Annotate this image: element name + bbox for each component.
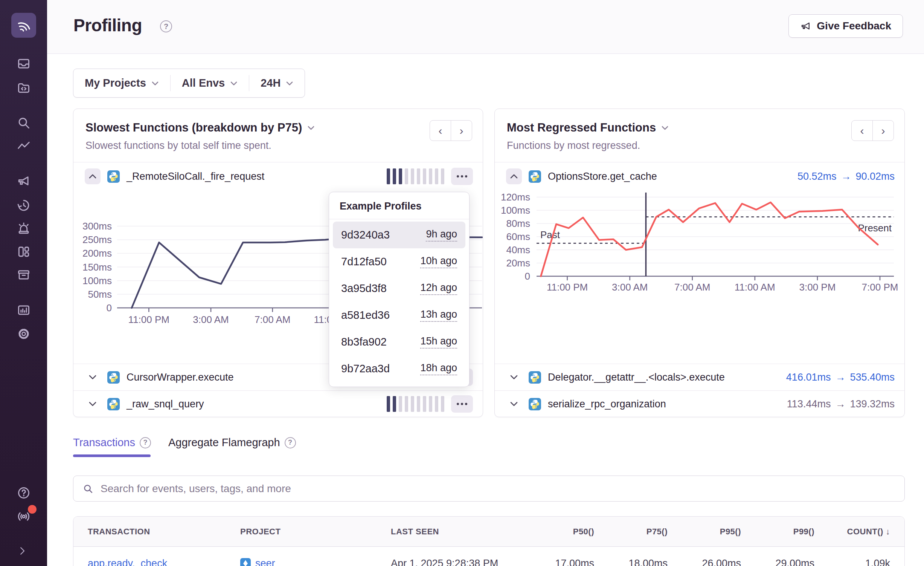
- p50-value: 17.00ms: [538, 558, 594, 566]
- chevron-down-icon: [286, 81, 293, 86]
- collapse-row-button[interactable]: [85, 168, 101, 184]
- duration-after[interactable]: 90.02ms: [855, 171, 895, 182]
- page-filter-bar: My Projects All Envs 24H: [73, 69, 305, 98]
- project-filter[interactable]: My Projects: [73, 69, 170, 97]
- pagination: ‹ ›: [430, 120, 472, 141]
- replays-icon[interactable]: [17, 198, 31, 213]
- profile-item[interactable]: 9b72aa3d 18h ago: [333, 355, 465, 382]
- transactions-help-icon[interactable]: ?: [140, 437, 151, 448]
- slowest-functions-title-select[interactable]: Slowest Functions (breakdown by P75): [85, 121, 472, 135]
- environment-filter[interactable]: All Envs: [171, 69, 249, 97]
- col-p99[interactable]: P99(): [741, 527, 814, 537]
- duration-before[interactable]: 50.52ms: [797, 171, 837, 182]
- expand-row-button[interactable]: [506, 369, 522, 385]
- profile-sparkline-bars: [387, 396, 444, 412]
- card-subtitle: Functions by most regressed.: [507, 140, 894, 151]
- profile-id[interactable]: a581ed36: [341, 309, 390, 321]
- function-name[interactable]: CursorWrapper.execute: [127, 372, 234, 383]
- issues-icon[interactable]: [17, 57, 31, 71]
- table-header-row: TRANSACTION PROJECT LAST SEEN P50() P75(…: [73, 517, 904, 547]
- expand-row-button[interactable]: [506, 396, 522, 412]
- function-name[interactable]: _RemoteSiloCall._fire_request: [127, 171, 264, 182]
- give-feedback-button[interactable]: Give Feedback: [788, 14, 903, 38]
- svg-text:20ms: 20ms: [506, 257, 530, 269]
- profile-item[interactable]: a581ed36 13h ago: [333, 302, 465, 329]
- expand-row-button[interactable]: [85, 369, 101, 385]
- col-project[interactable]: PROJECT: [240, 527, 391, 537]
- projects-icon[interactable]: [17, 80, 31, 95]
- profile-age-link[interactable]: 13h ago: [420, 309, 457, 322]
- most-regressed-functions-card: Most Regressed Functions Functions by mo…: [494, 109, 905, 417]
- settings-gear-icon[interactable]: [17, 327, 31, 341]
- chevron-up-icon: [510, 174, 518, 179]
- sentry-logo-icon: [16, 17, 32, 33]
- tab-aggregate-flamegraph[interactable]: Aggregate Flamegraph ?: [168, 436, 296, 449]
- profile-age-link[interactable]: 18h ago: [420, 362, 457, 375]
- profile-item[interactable]: 8b3fa902 15h ago: [333, 329, 465, 355]
- profile-id[interactable]: 9b72aa3d: [341, 363, 390, 375]
- search-icon[interactable]: [17, 116, 31, 130]
- feedback-megaphone-icon[interactable]: [17, 174, 31, 188]
- row-actions-ellipsis-button[interactable]: [451, 168, 473, 185]
- p95-value: 26.00ms: [668, 558, 741, 566]
- profile-item[interactable]: 9d3240a3 9h ago: [333, 222, 465, 248]
- svg-text:11:00 PM: 11:00 PM: [128, 314, 169, 325]
- profile-id[interactable]: 7d12fa50: [341, 255, 387, 268]
- stats-icon[interactable]: [17, 303, 31, 317]
- function-name[interactable]: _raw_snql_query: [127, 398, 204, 410]
- profile-age-link[interactable]: 12h ago: [420, 282, 457, 295]
- duration-after[interactable]: 139.32ms: [850, 398, 895, 410]
- chevron-down-icon: [151, 81, 159, 86]
- next-page-button[interactable]: ›: [451, 120, 472, 141]
- profile-age-link[interactable]: 9h ago: [426, 228, 457, 242]
- dashboards-icon[interactable]: [17, 245, 31, 259]
- sentry-logo[interactable]: [11, 13, 36, 38]
- collapse-right-icon[interactable]: [17, 545, 28, 557]
- tab-transactions[interactable]: Transactions ?: [73, 436, 151, 449]
- table-row[interactable]: app.ready._check seer Apr 1, 2025 9:28:3…: [73, 547, 904, 566]
- svg-text:150ms: 150ms: [82, 262, 112, 273]
- transaction-link[interactable]: app.ready._check: [88, 558, 240, 566]
- svg-text:0: 0: [525, 271, 530, 282]
- traces-icon[interactable]: [17, 139, 31, 153]
- profile-id[interactable]: 9d3240a3: [341, 229, 390, 241]
- col-p50[interactable]: P50(): [538, 527, 594, 537]
- python-project-icon: [107, 170, 120, 183]
- duration-before[interactable]: 113.44ms: [787, 398, 831, 410]
- duration-after[interactable]: 535.40ms: [850, 372, 895, 383]
- col-p75[interactable]: P75(): [594, 527, 668, 537]
- page-title-help-icon[interactable]: ?: [160, 20, 172, 32]
- next-page-button[interactable]: ›: [872, 120, 894, 141]
- alerts-siren-icon[interactable]: [17, 221, 31, 236]
- function-name[interactable]: OptionsStore.get_cache: [548, 171, 657, 182]
- expand-row-button[interactable]: [85, 396, 101, 412]
- profile-id[interactable]: 3a95d3f8: [341, 282, 387, 295]
- help-icon[interactable]: [17, 486, 31, 500]
- prev-page-button[interactable]: ‹: [851, 120, 873, 141]
- row-actions-ellipsis-button[interactable]: [451, 395, 473, 413]
- prev-page-button[interactable]: ‹: [430, 120, 451, 141]
- flamegraph-help-icon[interactable]: ?: [285, 437, 296, 448]
- svg-text:0: 0: [107, 302, 112, 314]
- col-transaction[interactable]: TRANSACTION: [88, 527, 240, 537]
- function-name[interactable]: Delegator.__getattr__.<locals>.execute: [548, 372, 725, 383]
- function-name[interactable]: serialize_rpc_organization: [548, 398, 666, 410]
- duration-before[interactable]: 416.01ms: [786, 372, 831, 383]
- profile-age-link[interactable]: 10h ago: [420, 255, 457, 268]
- profile-item[interactable]: 7d12fa50 10h ago: [333, 248, 465, 275]
- search-input[interactable]: [101, 483, 895, 495]
- profile-age-link[interactable]: 15h ago: [420, 335, 457, 349]
- time-range-filter[interactable]: 24H: [249, 69, 305, 97]
- example-profiles-dropdown: Example Profiles 9d3240a3 9h ago7d12fa50…: [329, 192, 470, 387]
- project-link[interactable]: seer: [255, 558, 275, 566]
- col-count-sorted[interactable]: COUNT() ↓: [814, 527, 890, 537]
- profile-item[interactable]: 3a95d3f8 12h ago: [333, 275, 465, 302]
- most-regressed-title-select[interactable]: Most Regressed Functions: [507, 121, 894, 135]
- profile-id[interactable]: 8b3fa902: [341, 336, 387, 348]
- regression-delta: 113.44ms → 139.32ms: [787, 398, 895, 410]
- col-last-seen[interactable]: LAST SEEN: [391, 527, 538, 537]
- releases-icon[interactable]: [17, 268, 31, 282]
- collapse-row-button[interactable]: [506, 168, 522, 184]
- col-p95[interactable]: P95(): [668, 527, 741, 537]
- tab-bar: Transactions ? Aggregate Flamegraph ?: [73, 436, 296, 449]
